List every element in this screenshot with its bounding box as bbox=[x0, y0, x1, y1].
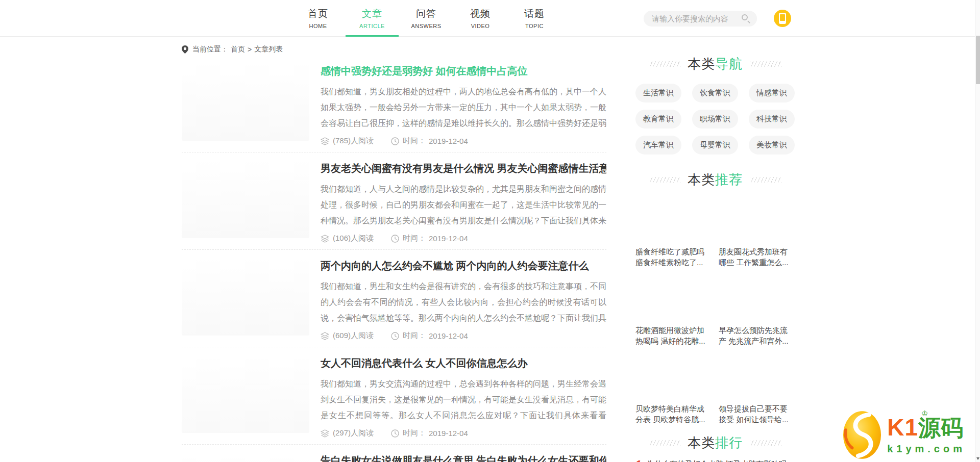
recommend-item[interactable]: 膳食纤维吃了减肥吗 膳食纤维素粉吃了... bbox=[635, 195, 712, 268]
recommend-caption[interactable]: 花雕酒能用微波炉加热喝吗 温好的花雕... bbox=[635, 325, 712, 346]
watermark-text: K1 ♔ 源码 k1ym.com bbox=[887, 416, 966, 455]
section-title-prefix: 本类 bbox=[688, 172, 715, 187]
time-label: 时间： bbox=[403, 234, 426, 243]
breadcrumb-separator: > bbox=[248, 45, 252, 54]
section-title: 本类排行 bbox=[688, 434, 743, 452]
location-pin-icon bbox=[182, 45, 188, 54]
nav-item-home[interactable]: 首页 HOME bbox=[298, 0, 338, 37]
tag-car[interactable]: 汽车常识 bbox=[635, 136, 681, 155]
publish-date: 2019-12-04 bbox=[429, 234, 468, 243]
recommend-thumbnail[interactable] bbox=[635, 274, 712, 322]
recommend-thumbnail[interactable] bbox=[719, 195, 795, 243]
article-title-link[interactable]: 男友老关心闺蜜有没有男友是什么情况 男友关心闺蜜感情生活意味着什么 bbox=[321, 162, 606, 175]
tag-workplace[interactable]: 职场常识 bbox=[692, 110, 738, 129]
sidebar: 本类导航 生活常识 饮食常识 情感常识 教育常识 职场常识 科技常识 汽车常识 … bbox=[635, 55, 795, 462]
tag-education[interactable]: 教育常识 bbox=[635, 110, 681, 129]
clock-icon bbox=[391, 235, 399, 243]
recommend-thumbnail[interactable] bbox=[635, 195, 712, 243]
rank-item-title[interactable]: 为什么有的孕妇会水肿 怀孕水肿有影响吗 bbox=[647, 458, 787, 462]
article-content: 男友老关心闺蜜有没有男友是什么情况 男友关心闺蜜感情生活意味着什么 我们都知道，… bbox=[321, 162, 606, 249]
watermark-name: ♔ 源码 bbox=[918, 417, 963, 439]
recommend-caption[interactable]: 早孕怎么预防先兆流产 先兆流产和宫外... bbox=[719, 325, 795, 346]
nav-home-sublabel: HOME bbox=[298, 23, 338, 29]
recommend-item[interactable]: 朋友圈花式秀加班有哪些 工作繁重怎么... bbox=[719, 195, 795, 268]
publish-time: 时间： 2019-12-04 bbox=[391, 428, 468, 438]
publish-date: 2019-12-04 bbox=[429, 137, 468, 145]
recommend-caption[interactable]: 朋友圈花式秀加班有哪些 工作繁重怎么... bbox=[719, 246, 795, 268]
recommend-caption[interactable]: 领导提拔自己要不要接受 如何让领导给... bbox=[719, 403, 795, 425]
site-logo[interactable] bbox=[179, 6, 278, 31]
read-count: (785)人阅读 bbox=[321, 136, 374, 146]
tag-food[interactable]: 饮食常识 bbox=[692, 84, 738, 102]
article-thumbnail[interactable] bbox=[182, 64, 309, 141]
article-title-link[interactable]: 女人不回消息代表什么 女人不回你信息怎么办 bbox=[321, 356, 606, 370]
article-thumbnail[interactable] bbox=[182, 162, 309, 238]
mobile-version-button[interactable] bbox=[774, 10, 791, 27]
article-description: 我们都知道，男女交流沟通的过程中，总会遇到各种各样的问题，男生经常会遇到女生不回… bbox=[321, 376, 606, 423]
hatch-decoration bbox=[649, 440, 680, 446]
recommend-item[interactable]: 贝欧梦特美白精华成分表 贝欧梦特谷胱... bbox=[635, 352, 712, 425]
article-row[interactable]: 两个内向的人怎么约会不尴尬 两个内向的人约会要注意什么 我们都知道，男生和女生约… bbox=[182, 250, 606, 347]
time-label: 时间： bbox=[403, 331, 426, 341]
article-list: 感情中强势好还是弱势好 如何在感情中占高位 我们都知道，男女朋友相处的过程中，两… bbox=[182, 55, 606, 462]
nav-item-topic[interactable]: 话题 TOPIC bbox=[514, 0, 555, 37]
nav-item-answers[interactable]: 问答 ANSWERS bbox=[406, 0, 447, 37]
article-title-link[interactable]: 两个内向的人怎么约会不尴尬 两个内向的人约会要注意什么 bbox=[321, 259, 606, 272]
phone-icon bbox=[779, 13, 786, 24]
watermark-name-text: 源码 bbox=[918, 415, 963, 440]
layers-icon bbox=[321, 429, 329, 438]
article-row[interactable]: 告白失败女生说做朋友是什么意思 告白失败为什么女生还要和你做朋友 bbox=[182, 445, 606, 462]
nav-topic-sublabel: TOPIC bbox=[514, 23, 555, 29]
article-thumbnail[interactable] bbox=[182, 454, 309, 462]
article-title-link[interactable]: 告白失败女生说做朋友是什么意思 告白失败为什么女生还要和你做朋友 bbox=[321, 454, 606, 462]
hatch-decoration bbox=[750, 440, 781, 446]
crown-icon: ♔ bbox=[921, 409, 928, 417]
recommend-item[interactable]: 领导提拔自己要不要接受 如何让领导给... bbox=[719, 352, 795, 425]
breadcrumb-home-link[interactable]: 首页 bbox=[231, 45, 245, 54]
scrollbar-down-arrow-icon[interactable] bbox=[976, 457, 979, 460]
article-thumbnail[interactable] bbox=[182, 356, 309, 433]
main-nav: 首页 HOME 文章 ARTICLE 问答 ANSWERS 视频 VIDEO 话… bbox=[298, 0, 568, 37]
tag-technology[interactable]: 科技常识 bbox=[749, 110, 795, 129]
article-row[interactable]: 女人不回消息代表什么 女人不回你信息怎么办 我们都知道，男女交流沟通的过程中，总… bbox=[182, 347, 606, 445]
read-count-text: (785)人阅读 bbox=[333, 136, 374, 146]
read-count-text: (106)人阅读 bbox=[333, 234, 374, 243]
layers-icon bbox=[321, 137, 329, 145]
recommend-item[interactable]: 花雕酒能用微波炉加热喝吗 温好的花雕... bbox=[635, 274, 712, 346]
recommend-thumbnail[interactable] bbox=[719, 274, 795, 322]
section-title: 本类导航 bbox=[688, 55, 743, 73]
tag-beauty[interactable]: 美妆常识 bbox=[749, 136, 795, 155]
publish-time: 时间： 2019-12-04 bbox=[391, 331, 468, 341]
tag-emotion[interactable]: 情感常识 bbox=[749, 84, 795, 102]
rank-list: 1 为什么有的孕妇会水肿 怀孕水肿有影响吗 bbox=[635, 458, 795, 462]
egg-logo-icon bbox=[842, 410, 882, 460]
clock-icon bbox=[391, 332, 399, 340]
publish-date: 2019-12-04 bbox=[429, 429, 468, 438]
recommend-caption[interactable]: 膳食纤维吃了减肥吗 膳食纤维素粉吃了... bbox=[635, 246, 712, 268]
read-count: (609)人阅读 bbox=[321, 331, 374, 341]
article-content: 感情中强势好还是弱势好 如何在感情中占高位 我们都知道，男女朋友相处的过程中，两… bbox=[321, 64, 606, 152]
rank-item[interactable]: 1 为什么有的孕妇会水肿 怀孕水肿有影响吗 bbox=[635, 458, 795, 462]
tag-baby[interactable]: 母婴常识 bbox=[692, 136, 738, 155]
nav-item-video[interactable]: 视频 VIDEO bbox=[460, 0, 501, 37]
section-title-suffix: 导航 bbox=[715, 56, 743, 71]
article-title-link[interactable]: 感情中强势好还是弱势好 如何在感情中占高位 bbox=[321, 64, 606, 78]
search-input[interactable] bbox=[644, 11, 741, 27]
recommend-item[interactable]: 早孕怎么预防先兆流产 先兆流产和宫外... bbox=[719, 274, 795, 346]
nav-item-article[interactable]: 文章 ARTICLE bbox=[352, 0, 393, 37]
article-description: 我们都知道，男生和女生约会是很有讲究的，会有很多的技巧和注意事项，不同的人约会会… bbox=[321, 278, 606, 326]
search-icon[interactable] bbox=[742, 14, 748, 20]
article-row[interactable]: 男友老关心闺蜜有没有男友是什么情况 男友关心闺蜜感情生活意味着什么 我们都知道，… bbox=[182, 152, 606, 250]
article-thumbnail[interactable] bbox=[182, 259, 309, 336]
page-scrollbar[interactable] bbox=[975, 0, 980, 462]
tag-life[interactable]: 生活常识 bbox=[635, 84, 681, 102]
article-description: 我们都知道，人与人之间的感情是比较复杂的，尤其是男朋友和闺蜜之间的感情处理，很多… bbox=[321, 181, 606, 228]
rank-header: 本类排行 bbox=[635, 434, 795, 451]
recommend-grid: 膳食纤维吃了减肥吗 膳食纤维素粉吃了... 朋友圈花式秀加班有哪些 工作繁重怎么… bbox=[635, 195, 795, 425]
recommend-caption[interactable]: 贝欧梦特美白精华成分表 贝欧梦特谷胱... bbox=[635, 403, 712, 425]
recommend-thumbnail[interactable] bbox=[635, 352, 712, 400]
scrollbar-thumb[interactable] bbox=[976, 36, 980, 84]
article-row[interactable]: 感情中强势好还是弱势好 如何在感情中占高位 我们都知道，男女朋友相处的过程中，两… bbox=[182, 55, 606, 152]
recommend-thumbnail[interactable] bbox=[719, 352, 795, 400]
layers-icon bbox=[321, 235, 329, 243]
